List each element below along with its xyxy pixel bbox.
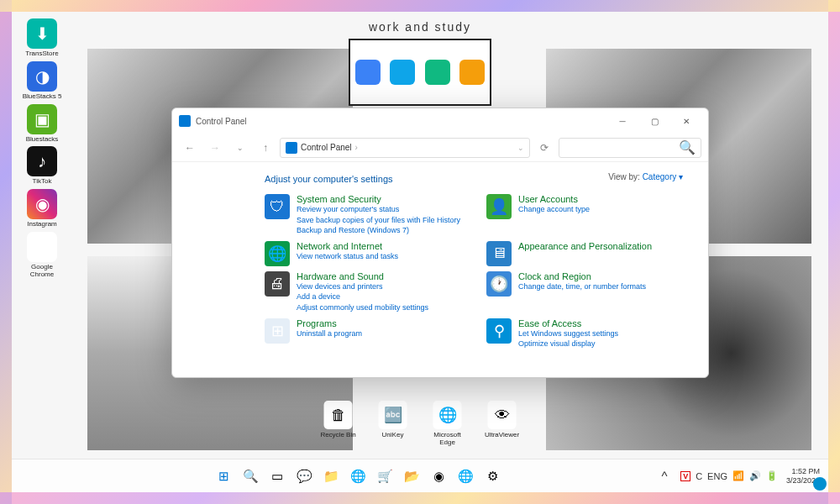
taskbar-app-icon[interactable]: ⚙ — [481, 465, 503, 487]
minimize-button[interactable]: ─ — [607, 111, 638, 131]
category-heading[interactable]: Clock and Region — [518, 271, 683, 281]
taskbar-app-icon[interactable]: ◉ — [428, 465, 449, 487]
category-heading[interactable]: Network and Internet — [297, 241, 461, 251]
category-icon: 🕐 — [486, 271, 512, 297]
category-link[interactable]: Change account type — [518, 204, 683, 215]
wallpaper-title: work and study — [369, 20, 471, 34]
desktop-icon[interactable]: 🗑Recycle Bin — [318, 401, 360, 446]
category-icon: 🛡 — [265, 194, 290, 219]
breadcrumb[interactable]: Control Panel — [301, 143, 352, 152]
category-link[interactable]: Uninstall a program — [297, 328, 461, 339]
forward-button[interactable]: → — [204, 137, 226, 159]
battery-icon[interactable]: 🔋 — [766, 470, 778, 481]
tray-expand-icon[interactable]: ^ — [654, 465, 675, 487]
language-indicator[interactable]: ENG — [707, 471, 727, 481]
taskbar-app-icon[interactable]: 💬 — [293, 465, 315, 487]
back-button[interactable]: ← — [179, 137, 201, 159]
category-item: ⊞ Programs Uninstall a program — [265, 318, 461, 349]
category-icon: ⚲ — [486, 318, 512, 344]
category-heading[interactable]: System and Security — [297, 194, 461, 204]
volume-icon[interactable]: 🔊 — [749, 470, 761, 481]
category-link[interactable]: Backup and Restore (Windows 7) — [297, 225, 461, 236]
tray-c-icon[interactable]: C — [696, 471, 702, 481]
taskbar-app-icon[interactable]: 🌐 — [347, 465, 369, 487]
category-item: 🌐 Network and Internet View network stat… — [265, 241, 461, 266]
category-icon: 👤 — [486, 194, 512, 219]
category-icon: ⊞ — [265, 318, 290, 344]
tray-v-icon[interactable]: V — [680, 471, 690, 481]
category-icon: 🖥 — [486, 241, 512, 266]
search-icon: 🔍 — [679, 139, 696, 155]
category-item: 🛡 System and Security Review your comput… — [265, 194, 461, 236]
category-item: 🕐 Clock and Region Change date, time, or… — [486, 271, 683, 313]
taskbar-app-icon[interactable]: 📂 — [401, 465, 423, 487]
wallpaper-app-row — [349, 39, 491, 106]
desktop-icon[interactable]: ◑BlueStacks 5 — [18, 61, 66, 101]
category-item: 👤 User Accounts Change account type — [486, 194, 683, 236]
window-title: Control Panel — [196, 117, 247, 126]
taskbar-app-icon[interactable]: 🌐 — [454, 465, 476, 487]
category-link[interactable]: Save backup copies of your files with Fi… — [297, 215, 461, 226]
view-by: View by: Category ▾ — [608, 172, 683, 181]
taskbar-app-icon[interactable]: 🛒 — [374, 465, 396, 487]
maximize-button[interactable]: ▢ — [639, 111, 669, 131]
desktop-icon[interactable]: ♪TikTok — [18, 146, 66, 186]
category-link[interactable]: Review your computer's status — [297, 204, 461, 215]
category-link[interactable]: View devices and printers — [297, 281, 461, 292]
taskbar-app-icon[interactable]: 📁 — [320, 465, 342, 487]
desktop-icon[interactable]: ⬇TransStore — [18, 18, 66, 58]
desktop-icon[interactable]: 🔤UniKey — [372, 401, 414, 446]
taskbar-app-icon[interactable]: 🔍 — [239, 465, 261, 487]
category-link[interactable]: Add a device — [297, 291, 461, 302]
category-heading[interactable]: Ease of Access — [518, 318, 683, 328]
refresh-button[interactable]: ⟳ — [533, 137, 555, 159]
taskbar: ⊞🔍▭💬📁🌐🛒📂◉🌐⚙ ^ V C ENG 📶 🔊 🔋 1:52 PM 3/23… — [12, 459, 828, 492]
search-input[interactable]: 🔍 — [559, 138, 701, 158]
titlebar[interactable]: Control Panel ─ ▢ ✕ — [172, 108, 708, 134]
address-bar[interactable]: Control Panel › ⌄ — [280, 138, 530, 158]
taskbar-app-icon[interactable]: ▭ — [266, 465, 288, 487]
category-heading[interactable]: User Accounts — [518, 194, 683, 204]
control-panel-icon — [179, 115, 191, 127]
category-item: 🖨 Hardware and Sound View devices and pr… — [265, 271, 461, 313]
wifi-icon[interactable]: 📶 — [732, 470, 744, 481]
view-by-dropdown[interactable]: Category ▾ — [643, 172, 683, 181]
close-button[interactable]: ✕ — [671, 111, 701, 131]
category-heading[interactable]: Programs — [297, 318, 461, 328]
info-badge[interactable] — [813, 477, 827, 491]
up-button[interactable]: ↑ — [255, 137, 276, 159]
category-link[interactable]: View network status and tasks — [297, 251, 461, 262]
recent-button[interactable]: ⌄ — [229, 137, 251, 159]
category-link[interactable]: Let Windows suggest settings — [518, 328, 683, 339]
category-link[interactable]: Optimize visual display — [518, 339, 683, 349]
category-link[interactable]: Change date, time, or number formats — [518, 281, 683, 292]
control-panel-window: Control Panel ─ ▢ ✕ ← → ⌄ ↑ Control Pane… — [171, 108, 709, 378]
category-item: ⚲ Ease of Access Let Windows suggest set… — [486, 318, 683, 349]
category-icon: 🌐 — [265, 241, 290, 266]
desktop-icon[interactable]: ▣Bluestacks — [18, 104, 66, 144]
category-link[interactable]: Adjust commonly used mobility settings — [297, 302, 461, 313]
desktop-icon[interactable]: 🌐Microsoft Edge — [427, 401, 469, 446]
category-heading[interactable]: Appearance and Personalization — [518, 241, 683, 251]
start-button[interactable]: ⊞ — [213, 465, 234, 487]
category-icon: 🖨 — [265, 271, 290, 297]
desktop-icon[interactable]: ◉Instagram — [18, 189, 66, 228]
category-item: 🖥 Appearance and Personalization — [486, 241, 683, 266]
desktop-icon[interactable]: ◉Google Chrome — [18, 232, 66, 279]
desktop-icon[interactable]: 👁UltraViewer — [481, 401, 523, 446]
control-panel-icon — [286, 142, 297, 154]
category-heading[interactable]: Hardware and Sound — [297, 271, 461, 281]
